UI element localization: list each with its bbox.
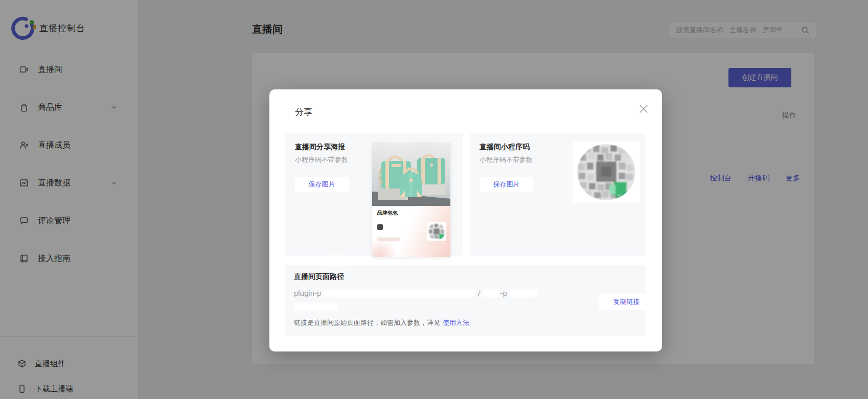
usage-guide-link[interactable]: 使用方法 <box>443 319 469 326</box>
note-text: 链接是直播间原始页面路径，如需加入参数，详见 <box>294 319 440 326</box>
page-path-section: 直播间页面路径 plugin-p 7 -p 链接是直播间原始页面路径，如需加入参… <box>285 265 646 336</box>
save-poster-button[interactable]: 保存图片 <box>295 177 349 192</box>
path-blurred-segment <box>482 289 499 297</box>
miniprogram-qrcode-blurred <box>573 142 640 203</box>
page-path-title: 直播间页面路径 <box>294 272 344 281</box>
page-path-note: 链接是直播间原始页面路径，如需加入参数，详见使用方法 <box>294 318 469 327</box>
share-modal: 分享 直播间分享海报 小程序码不带参数 保存图片 <box>269 89 662 351</box>
save-qrcode-button[interactable]: 保存图片 <box>479 177 533 192</box>
poster-account-name-blurred <box>385 225 407 229</box>
path-fragment: -p <box>500 289 507 297</box>
path-blurred-segment <box>322 289 475 297</box>
copy-link-button[interactable]: 复制链接 <box>599 294 654 310</box>
close-icon[interactable] <box>637 103 650 115</box>
path-fragment: 7 <box>476 289 481 297</box>
poster-panel-subtitle: 小程序码不带参数 <box>295 155 348 165</box>
poster-panel-title: 直播间分享海报 <box>295 143 345 152</box>
modal-title: 分享 <box>295 106 312 118</box>
live-console-app: 直播控制台 直播间 商品库 <box>0 0 868 399</box>
poster-product-photo <box>372 143 450 206</box>
handbags-photo <box>372 143 450 206</box>
path-blurred-segment-line2 <box>294 303 338 311</box>
poster-brand-title: 品牌包包 <box>377 209 398 217</box>
share-poster-preview: 品牌包包 <box>372 143 450 257</box>
path-blurred-segment <box>508 289 538 297</box>
poster-account-row <box>377 224 407 230</box>
miniprogram-code-preview <box>573 142 640 203</box>
poster-mini-qrcode-blurred <box>427 222 446 241</box>
poster-account-icon <box>377 224 383 230</box>
poster-info-area: 品牌包包 <box>372 206 450 257</box>
poster-bottom-fade <box>326 256 346 265</box>
path-prefix: plugin-p <box>294 289 321 297</box>
qrcode-panel-subtitle: 小程序码不带参数 <box>479 155 533 165</box>
qrcode-panel-title: 直播间小程序码 <box>479 143 530 152</box>
page-path-value: plugin-p 7 -p <box>294 289 539 297</box>
poster-footer-text-blurred <box>377 238 400 241</box>
